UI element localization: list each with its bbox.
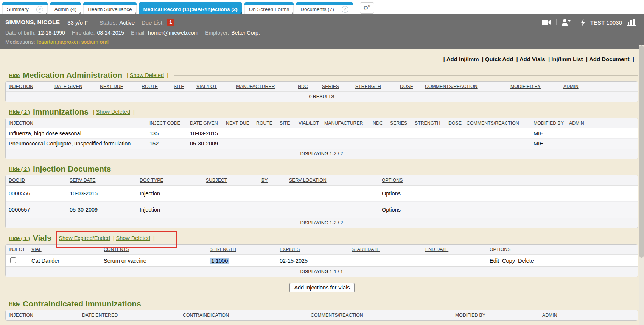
col-expires[interactable]: EXPIRES <box>280 247 300 252</box>
col-date-entered[interactable]: DATE ENTERED <box>82 313 118 318</box>
col-date-given[interactable]: DATE GIVEN <box>190 121 218 126</box>
col-manufacturer[interactable]: MANUFACTURER <box>236 84 275 89</box>
delete-link[interactable]: Delete <box>518 258 534 264</box>
video-camera-icon[interactable] <box>542 19 551 25</box>
doc-id[interactable]: 0000557 <box>6 202 67 218</box>
col-ndc[interactable]: NDC <box>373 121 383 126</box>
col-by[interactable]: BY <box>261 178 268 183</box>
col-route[interactable]: ROUTE <box>142 84 158 89</box>
col-serv-location[interactable]: SERV LOCATION <box>289 178 327 183</box>
col-strength[interactable]: STRENGTH <box>355 84 381 89</box>
add-vials-link[interactable]: Add Vials <box>520 56 545 62</box>
col-comments-reaction[interactable]: COMMENTS/REACTION <box>425 84 478 89</box>
col-serv-date[interactable]: SERV DATE <box>70 178 96 183</box>
vial-checkbox[interactable] <box>10 257 16 263</box>
tab-admin[interactable]: Admin (4) <box>50 2 81 14</box>
medication-link[interactable]: losartan <box>37 39 56 45</box>
empty-cell <box>258 202 286 218</box>
tab-summary[interactable]: Summary ↗ <box>2 2 48 14</box>
col-admin[interactable]: ADMIN <box>563 84 579 89</box>
col-dose[interactable]: DOSE <box>448 121 462 126</box>
col-vial[interactable]: VIAL <box>31 247 42 252</box>
col-injection[interactable]: INJECTION <box>9 313 33 318</box>
quick-add-link[interactable]: Quick Add <box>485 56 513 62</box>
tab-medical-record[interactable]: Medical Record (11):MAR/Injections (2) <box>139 2 242 14</box>
col-modified-by[interactable]: MODIFIED BY <box>455 313 485 318</box>
show-deleted-link[interactable]: Show Deleted <box>96 109 130 115</box>
add-injections-for-vials-button[interactable]: Add Injections for Vials <box>289 283 354 292</box>
hide-link[interactable]: Hide <box>9 301 20 307</box>
section-rule <box>140 112 638 112</box>
displaying-count: DISPLAYING 1-2 / 2 <box>6 149 638 159</box>
settings-gear-button[interactable]: ⚙ ⚙ <box>360 2 374 14</box>
col-doc-id[interactable]: DOC ID <box>9 178 25 183</box>
col-modified-by[interactable]: MODIFIED BY <box>510 84 541 89</box>
col-comments-reaction[interactable]: COMMENTS/REACTION <box>467 121 519 126</box>
hide-link[interactable]: Hide ( 1 ) <box>9 235 30 241</box>
col-admin[interactable]: ADMIN <box>569 121 584 126</box>
edit-link[interactable]: Edit <box>490 258 499 264</box>
add-person-icon[interactable] <box>562 19 571 26</box>
show-deleted-link[interactable]: Show Deleted <box>130 72 164 78</box>
add-inj-imm-link[interactable]: Add Inj/Imm <box>446 56 479 62</box>
col-options: OPTIONS <box>490 247 510 252</box>
col-doc-type[interactable]: DOC TYPE <box>140 178 163 183</box>
col-series[interactable]: SERIES <box>322 84 339 89</box>
show-expired-ended-link[interactable]: Show Expired/Ended <box>59 235 110 241</box>
col-comments-reaction[interactable]: COMMENTS/REACTION <box>311 313 363 318</box>
add-document-link[interactable]: Add Document <box>589 56 630 62</box>
flowsheet-chart-icon[interactable] <box>627 19 636 26</box>
chart-id: TEST-10030 <box>590 19 622 26</box>
col-modified-by[interactable]: MODIFIED BY <box>534 121 564 126</box>
col-contraindication[interactable]: CONTRAINDICATION <box>183 313 229 318</box>
empty-cell <box>321 139 370 149</box>
col-route[interactable]: ROUTE <box>256 121 272 126</box>
hide-link[interactable]: Hide ( 2 ) <box>9 166 30 172</box>
due-list-count-badge[interactable]: 1 <box>167 19 174 26</box>
tab-health-surveillance[interactable]: Health Surveillance <box>83 2 136 14</box>
section-title: Injection Documents <box>33 164 111 173</box>
col-end-date[interactable]: END DATE <box>425 247 448 252</box>
copy-link[interactable]: Copy <box>502 258 515 264</box>
show-deleted-link[interactable]: Show Deleted <box>116 235 150 241</box>
col-next-due[interactable]: NEXT DUE <box>226 121 249 126</box>
lightning-bolt-icon[interactable] <box>581 19 585 26</box>
col-injection[interactable]: INJECTION <box>9 84 33 89</box>
col-start-date[interactable]: START DATE <box>352 247 380 252</box>
col-subject[interactable]: SUBJECT <box>206 178 227 183</box>
hide-link[interactable]: Hide ( 2 ) <box>9 109 30 115</box>
col-vial-lot[interactable]: VIAL/LOT <box>299 121 319 126</box>
options-link[interactable]: Options <box>379 186 638 202</box>
col-inject-code[interactable]: INJECT CODE <box>149 121 180 126</box>
vial-name: Cat Dander <box>28 255 101 267</box>
col-admin[interactable]: ADMIN <box>542 313 557 318</box>
col-options[interactable]: OPTIONS <box>382 178 403 183</box>
col-dose[interactable]: DOSE <box>400 84 413 89</box>
col-date-given[interactable]: DATE GIVEN <box>54 84 82 89</box>
col-series[interactable]: SERIES <box>390 121 407 126</box>
tab-documents[interactable]: Documents (7) ↗ <box>296 2 353 14</box>
results-count: 0 RESULTS <box>6 92 638 102</box>
col-injection[interactable]: INJECTION <box>9 121 33 126</box>
injection-name: Pneumococcal Conjugate, unspecified form… <box>6 139 146 149</box>
col-site[interactable]: SITE <box>280 121 290 126</box>
col-site[interactable]: SITE <box>174 84 184 89</box>
col-contents[interactable]: CONTENTS <box>104 247 129 252</box>
col-strength[interactable]: STRENGTH <box>415 121 440 126</box>
col-ndc[interactable]: NDC <box>298 84 308 89</box>
vertical-scrollbar[interactable] <box>639 45 644 325</box>
open-in-new-window-icon[interactable]: ↗ <box>33 6 43 13</box>
col-next-due[interactable]: NEXT DUE <box>100 84 123 89</box>
empty-cell <box>370 128 387 139</box>
col-manufacturer[interactable]: MANUFACTURER <box>324 121 363 126</box>
open-in-new-window-icon[interactable]: ↗ <box>338 6 348 13</box>
hide-link[interactable]: Hide <box>9 73 20 78</box>
col-vial-lot[interactable]: VIAL/LOT <box>196 84 217 89</box>
medication-link[interactable]: naproxen sodium oral <box>58 39 109 45</box>
options-link[interactable]: Options <box>379 202 638 218</box>
col-strength[interactable]: STRENGTH <box>210 247 236 252</box>
tab-on-screen-forms[interactable]: On Screen Forms <box>244 2 294 14</box>
inj-imm-list-link[interactable]: Inj/Imm List <box>551 56 583 62</box>
scrollbar-thumb[interactable] <box>639 45 644 258</box>
doc-id[interactable]: 0000556 <box>6 186 67 202</box>
